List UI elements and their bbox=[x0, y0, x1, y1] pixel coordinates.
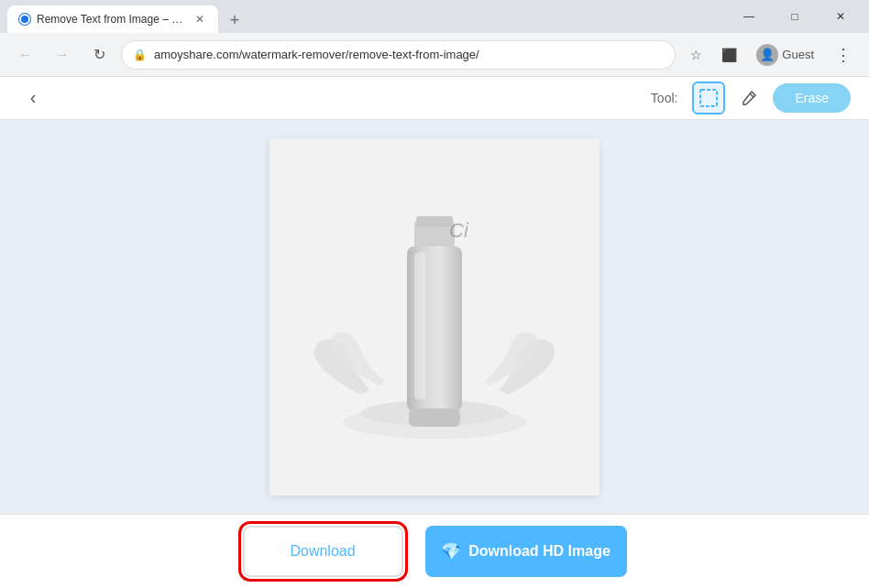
lock-icon: 🔒 bbox=[133, 49, 147, 61]
extension-icon[interactable]: ⬛ bbox=[716, 42, 742, 68]
title-bar: Remove Text from Image – Delet ✕ + — □ ✕ bbox=[0, 0, 869, 33]
reload-button[interactable]: ↻ bbox=[84, 40, 114, 70]
browser-tab[interactable]: Remove Text from Image – Delet ✕ bbox=[7, 5, 218, 33]
product-image: Ci bbox=[270, 138, 600, 495]
close-button[interactable]: ✕ bbox=[820, 0, 862, 33]
minimize-button[interactable]: — bbox=[728, 0, 770, 33]
page-back-button[interactable]: ‹ bbox=[18, 83, 48, 113]
download-hd-label: Download HD Image bbox=[468, 543, 610, 560]
svg-rect-7 bbox=[414, 253, 425, 399]
tab-close-button[interactable]: ✕ bbox=[192, 12, 207, 27]
url-text: amoyshare.com/watermark-remover/remove-t… bbox=[154, 48, 664, 61]
browser-menu-button[interactable]: ⋮ bbox=[829, 40, 858, 70]
download-button[interactable]: Download bbox=[243, 526, 403, 577]
svg-rect-0 bbox=[700, 90, 717, 106]
profile-avatar: 👤 bbox=[756, 44, 778, 66]
address-bar: ← → ↻ 🔒 amoyshare.com/watermark-remover/… bbox=[0, 33, 869, 77]
maximize-button[interactable]: □ bbox=[774, 0, 816, 33]
image-canvas: Ci bbox=[270, 138, 600, 495]
tab-area: Remove Text from Image – Delet ✕ + bbox=[7, 0, 724, 33]
svg-rect-5 bbox=[416, 216, 453, 227]
tool-options: Erase bbox=[692, 82, 851, 114]
forward-button[interactable]: → bbox=[48, 40, 77, 70]
window-controls: — □ ✕ bbox=[728, 0, 862, 33]
tool-label: Tool: bbox=[651, 91, 678, 105]
tab-favicon bbox=[18, 13, 31, 26]
brush-icon bbox=[739, 88, 759, 108]
browser-frame: Remove Text from Image – Delet ✕ + — □ ✕… bbox=[0, 0, 869, 588]
main-area: Ci bbox=[0, 120, 869, 514]
download-hd-button[interactable]: 💎 Download HD Image bbox=[425, 526, 627, 577]
bottom-bar: Download 💎 Download HD Image bbox=[0, 514, 869, 588]
selection-icon bbox=[698, 88, 719, 108]
splash-svg: Ci bbox=[270, 138, 600, 495]
address-input[interactable]: 🔒 amoyshare.com/watermark-remover/remove… bbox=[121, 40, 676, 70]
new-tab-button[interactable]: + bbox=[222, 7, 248, 33]
diamond-icon: 💎 bbox=[441, 541, 461, 561]
erase-button[interactable]: Erase bbox=[773, 83, 851, 113]
profile-label: Guest bbox=[782, 48, 814, 61]
selection-tool-button[interactable] bbox=[692, 82, 725, 114]
profile-button[interactable]: 👤 Guest bbox=[749, 40, 821, 70]
tool-bar: ‹ Tool: Erase bbox=[0, 77, 869, 120]
svg-text:Ci: Ci bbox=[449, 219, 469, 242]
back-button[interactable]: ← bbox=[11, 40, 40, 70]
bookmark-icon[interactable]: ☆ bbox=[683, 42, 709, 68]
tab-title: Remove Text from Image – Delet bbox=[37, 13, 183, 26]
page-content: ‹ Tool: Erase bbox=[0, 77, 869, 588]
svg-rect-8 bbox=[409, 408, 460, 427]
brush-tool-button[interactable] bbox=[732, 82, 765, 114]
